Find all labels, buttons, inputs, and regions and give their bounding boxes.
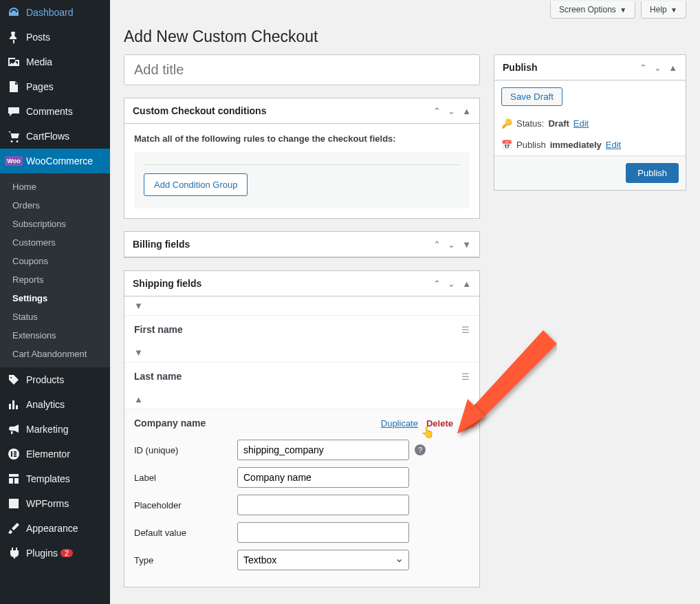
sidebar-item-elementor[interactable]: Elementor bbox=[0, 442, 110, 466]
sub-customers[interactable]: Customers bbox=[0, 233, 110, 252]
sidebar-item-comments[interactable]: Comments bbox=[0, 99, 110, 124]
sub-status[interactable]: Status bbox=[0, 308, 110, 326]
chevron-down-icon[interactable]: ⌄ bbox=[448, 106, 455, 116]
placeholder-input[interactable] bbox=[237, 495, 409, 515]
help-tab[interactable]: Help ▼ bbox=[641, 1, 686, 19]
sidebar-label: Plugins bbox=[26, 548, 58, 559]
sidebar-item-marketing[interactable]: Marketing bbox=[0, 417, 110, 442]
chevron-up-icon[interactable]: ⌃ bbox=[639, 63, 647, 73]
default-label: Default value bbox=[134, 528, 237, 538]
field-first-name[interactable]: First name ☰ bbox=[124, 316, 479, 343]
sidebar-item-media[interactable]: Media bbox=[0, 50, 110, 74]
drag-icon[interactable]: ☰ bbox=[461, 371, 470, 382]
sub-orders[interactable]: Orders bbox=[0, 196, 110, 215]
sidebar-item-plugins[interactable]: Plugins 2 bbox=[0, 541, 110, 565]
templates-icon bbox=[7, 472, 21, 486]
chevron-up-icon[interactable]: ⌃ bbox=[433, 239, 441, 250]
billing-title: Billing fields bbox=[133, 239, 190, 250]
field-last-name[interactable]: Last name ☰ bbox=[124, 363, 479, 390]
triangle-up-icon[interactable]: ▲ bbox=[134, 394, 143, 405]
chevron-up-icon[interactable]: ⌃ bbox=[433, 106, 441, 116]
sidebar-label: Marketing bbox=[26, 424, 68, 435]
billing-panel: Billing fields ⌃ ⌄ ▼ bbox=[124, 231, 480, 258]
sidebar-item-dashboard[interactable]: Dashboard bbox=[0, 0, 110, 25]
default-input[interactable] bbox=[237, 522, 409, 543]
field-company-name[interactable]: Company name Duplicate Delete ☰ bbox=[124, 409, 479, 437]
chevron-down-icon[interactable]: ⌄ bbox=[448, 239, 455, 250]
sidebar-label: Elementor bbox=[26, 449, 70, 460]
sidebar-label: CartFlows bbox=[26, 131, 69, 142]
schedule-edit-link[interactable]: Edit bbox=[606, 140, 621, 150]
shipping-title: Shipping fields bbox=[133, 278, 201, 289]
label-input[interactable] bbox=[237, 467, 409, 488]
sidebar-item-wpforms[interactable]: WPForms bbox=[0, 491, 110, 516]
id-input[interactable] bbox=[237, 440, 409, 460]
duplicate-link[interactable]: Duplicate bbox=[381, 418, 418, 429]
conditions-panel: Custom Checkout conditions ⌃ ⌄ ▲ Match a… bbox=[124, 98, 480, 219]
sub-reports[interactable]: Reports bbox=[0, 270, 110, 289]
type-select[interactable]: Textbox bbox=[237, 550, 409, 570]
update-badge: 2 bbox=[61, 549, 73, 557]
brush-icon bbox=[7, 521, 21, 535]
triangle-up-icon[interactable]: ▲ bbox=[462, 106, 471, 116]
type-label: Type bbox=[134, 555, 237, 565]
woo-submenu: Home Orders Subscriptions Customers Coup… bbox=[0, 173, 110, 367]
dashboard-icon bbox=[7, 6, 21, 19]
chevron-down-icon[interactable]: ⌄ bbox=[448, 279, 455, 289]
triangle-up-icon[interactable]: ▲ bbox=[462, 279, 471, 289]
triangle-down-icon[interactable]: ▼ bbox=[462, 239, 471, 250]
chevron-up-icon[interactable]: ⌃ bbox=[433, 279, 441, 289]
main-content: Screen Options ▼ Help ▼ Add New Custom C… bbox=[110, 0, 700, 604]
drag-icon[interactable]: ☰ bbox=[461, 418, 470, 429]
sidebar-item-analytics[interactable]: Analytics bbox=[0, 392, 110, 417]
label-label: Label bbox=[134, 473, 237, 483]
sidebar-item-posts[interactable]: Posts bbox=[0, 25, 110, 50]
sidebar-label: Appearance bbox=[26, 523, 78, 534]
sidebar-item-woocommerce[interactable]: Woo WooCommerce bbox=[0, 149, 110, 173]
sidebar-label: Dashboard bbox=[26, 7, 74, 18]
publish-button[interactable]: Publish bbox=[626, 163, 679, 183]
sub-cart-abandonment[interactable]: Cart Abandonment bbox=[0, 345, 110, 363]
sub-settings[interactable]: Settings bbox=[0, 289, 110, 308]
sub-coupons[interactable]: Coupons bbox=[0, 252, 110, 270]
sidebar-item-cartflows[interactable]: CartFlows bbox=[0, 124, 110, 149]
status-edit-link[interactable]: Edit bbox=[573, 118, 589, 129]
chevron-down-icon[interactable]: ⌄ bbox=[654, 63, 661, 73]
comment-icon bbox=[7, 105, 21, 118]
sidebar-item-appearance[interactable]: Appearance bbox=[0, 516, 110, 541]
drag-icon[interactable]: ☰ bbox=[461, 325, 470, 335]
status-value: Draft bbox=[548, 118, 569, 129]
triangle-down-icon[interactable]: ▼ bbox=[134, 347, 143, 358]
status-label: Status: bbox=[516, 118, 544, 129]
sidebar-item-templates[interactable]: Templates bbox=[0, 466, 110, 491]
products-icon bbox=[7, 373, 21, 387]
sidebar-label: Media bbox=[26, 56, 52, 67]
rules-text: Match all of the following rules to chan… bbox=[134, 133, 470, 144]
add-condition-button[interactable]: Add Condition Group bbox=[144, 173, 248, 196]
help-icon[interactable]: ? bbox=[415, 444, 426, 455]
sidebar-label: Analytics bbox=[26, 399, 65, 410]
triangle-up-icon[interactable]: ▲ bbox=[668, 63, 677, 73]
sidebar-item-products[interactable]: Products bbox=[0, 367, 110, 392]
sub-subscriptions[interactable]: Subscriptions bbox=[0, 215, 110, 233]
condition-box: Add Condition Group bbox=[134, 152, 470, 208]
schedule-prefix: Publish bbox=[516, 140, 546, 150]
pin-icon bbox=[7, 30, 21, 44]
sidebar-item-pages[interactable]: Pages bbox=[0, 74, 110, 99]
plug-icon bbox=[7, 546, 21, 560]
megaphone-icon bbox=[7, 422, 21, 436]
key-icon: 🔑 bbox=[501, 118, 512, 129]
save-draft-button[interactable]: Save Draft bbox=[501, 87, 562, 106]
screen-options-tab[interactable]: Screen Options ▼ bbox=[550, 1, 635, 19]
sidebar-label: Products bbox=[26, 374, 64, 385]
wpforms-icon bbox=[7, 497, 21, 510]
triangle-down-icon[interactable]: ▼ bbox=[134, 301, 143, 311]
analytics-icon bbox=[7, 398, 21, 411]
sidebar-label: Comments bbox=[26, 106, 73, 117]
post-title-input[interactable] bbox=[124, 54, 480, 85]
sub-extensions[interactable]: Extensions bbox=[0, 326, 110, 345]
delete-link[interactable]: Delete bbox=[426, 418, 453, 429]
sidebar-label: WooCommerce bbox=[26, 155, 93, 166]
sub-home[interactable]: Home bbox=[0, 177, 110, 196]
conditions-title: Custom Checkout conditions bbox=[133, 105, 266, 116]
